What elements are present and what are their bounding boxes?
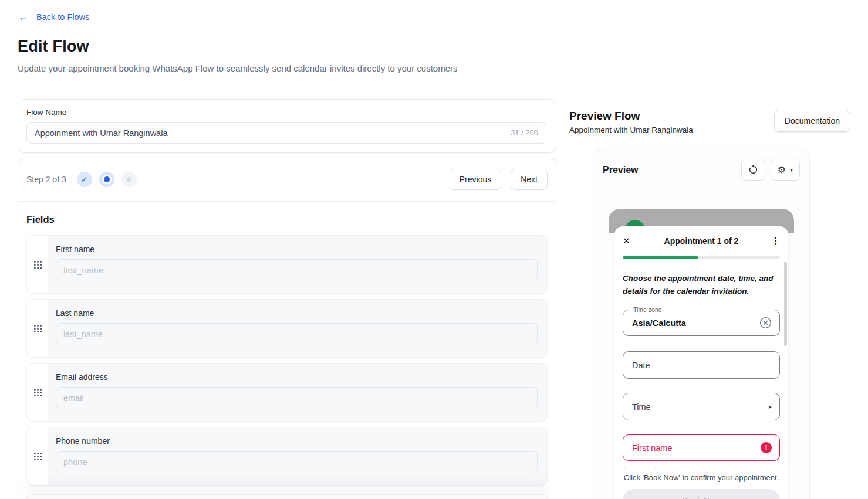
sheet-footer: Click 'Book Now' to confirm your appoint… [614, 468, 788, 499]
back-link[interactable]: ← Back to Flows [18, 12, 850, 22]
grip-dots-icon [34, 325, 42, 332]
back-arrow-icon: ← [18, 12, 28, 22]
step-3-upcoming-indicator[interactable] [121, 172, 137, 187]
drag-handle[interactable] [27, 236, 48, 293]
error-icon: ! [761, 442, 772, 453]
drag-handle[interactable] [27, 427, 48, 485]
preview-flow-subtitle: Appoinment with Umar Ranginwala [569, 125, 693, 134]
next-button[interactable]: Next [511, 169, 548, 190]
drag-handle[interactable] [27, 300, 48, 357]
refresh-icon [748, 165, 758, 175]
error-helper-clipped: Enter First name [623, 464, 780, 468]
active-dot [104, 176, 110, 182]
phone-mockup: ✕ Appointment 1 of 2 ⋮ Choose the appoin… [609, 209, 794, 499]
preview-card: Preview ⚙ ▾ [593, 150, 810, 499]
refresh-button[interactable] [741, 159, 765, 181]
time-field[interactable]: Time ▸ [623, 393, 780, 420]
step-1-complete-indicator[interactable]: ✓ [77, 172, 92, 187]
preview-flow-title: Preview Flow [569, 110, 693, 123]
caret-down-icon: ▾ [790, 167, 793, 173]
field-card-email: Email address [26, 363, 548, 422]
page-header: ← Back to Flows Edit Flow Update your ap… [0, 0, 868, 86]
first-name-label: First name [632, 443, 761, 453]
flow-screen-title: Appointment 1 of 2 [636, 236, 767, 246]
step-divider [18, 201, 556, 202]
grip-dots-icon [34, 453, 42, 460]
settings-dropdown-button[interactable]: ⚙ ▾ [771, 159, 800, 181]
field-card-last-name: Last name [26, 299, 548, 358]
date-field[interactable]: Date [623, 351, 780, 379]
flow-name-card: Flow Name 31 / 200 [18, 99, 556, 153]
step-indicators: ✓ [77, 172, 137, 187]
close-icon[interactable]: ✕ [623, 236, 636, 246]
editor-column: Flow Name 31 / 200 Step 2 of 3 ✓ Previou… [18, 99, 556, 499]
book-now-button[interactable]: Book Now [623, 489, 780, 499]
field-label: Email address [56, 372, 538, 382]
flow-name-inputwrap: 31 / 200 [26, 122, 546, 144]
char-counter: 31 / 200 [511, 128, 538, 137]
timezone-value: Asia/Calcutta [632, 318, 759, 328]
steps-card: Step 2 of 3 ✓ Previous Next Fields [18, 158, 556, 499]
grip-dots-icon [34, 261, 42, 269]
page-title: Edit Flow [18, 38, 850, 56]
step-2-active-indicator[interactable] [99, 172, 114, 187]
gear-icon: ⚙ [778, 165, 786, 175]
field-card-next-partial [26, 494, 548, 499]
step-label: Step 2 of 3 [26, 175, 66, 184]
chevron-right-icon: ▸ [769, 403, 772, 410]
clear-icon[interactable] [759, 317, 772, 329]
intro-text: Choose the appointment date, time, and d… [623, 272, 780, 297]
flow-name-input[interactable] [35, 128, 511, 138]
flow-name-label: Flow Name [26, 108, 546, 117]
footer-caption: Click 'Book Now' to confirm your appoint… [623, 473, 780, 482]
drag-handle[interactable] [27, 364, 48, 421]
field-card-phone: Phone number [26, 427, 548, 486]
field-list: First name Last name [26, 235, 548, 499]
whatsapp-flow-sheet: ✕ Appointment 1 of 2 ⋮ Choose the appoin… [614, 226, 788, 499]
preview-column: Preview Flow Appoinment with Umar Rangin… [569, 99, 850, 499]
preview-card-title: Preview [603, 165, 638, 175]
fields-heading: Fields [26, 214, 548, 225]
sheet-scrollbar[interactable] [784, 262, 787, 346]
field-label: First name [56, 245, 538, 254]
timezone-field[interactable]: Time zone Asia/Calcutta [623, 310, 780, 336]
field-key-input[interactable] [63, 266, 530, 275]
page-subtitle: Update your appointment booking WhatsApp… [18, 63, 850, 73]
time-label: Time [632, 402, 769, 412]
timezone-label: Time zone [630, 306, 665, 313]
field-key-input[interactable] [63, 330, 530, 339]
grip-dots-icon [34, 389, 42, 396]
field-card-first-name: First name [26, 235, 548, 294]
first-name-error-field[interactable]: First name ! [623, 434, 780, 461]
todo-dot [127, 177, 131, 182]
kebab-menu-icon[interactable]: ⋮ [767, 236, 780, 246]
back-link-label: Back to Flows [36, 12, 89, 22]
documentation-button[interactable]: Documentation [774, 110, 850, 132]
field-key-input[interactable] [63, 457, 530, 467]
progress-fill [623, 256, 698, 259]
field-label: Phone number [56, 436, 538, 446]
check-icon: ✓ [81, 175, 88, 184]
previous-button[interactable]: Previous [450, 169, 501, 190]
progress-bar [623, 256, 780, 259]
date-label: Date [632, 361, 772, 370]
field-key-input[interactable] [63, 393, 530, 403]
field-label: Last name [56, 308, 538, 318]
